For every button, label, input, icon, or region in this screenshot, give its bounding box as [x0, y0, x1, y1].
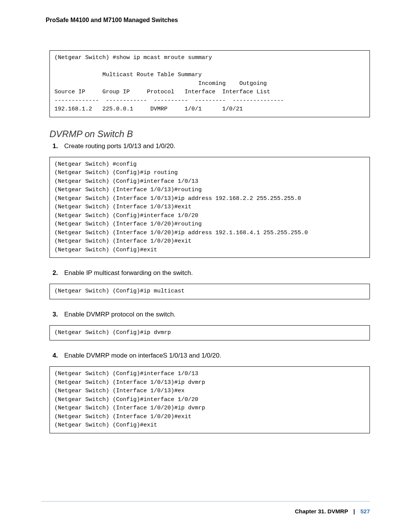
- footer-chapter: Chapter 31. DVMRP: [295, 508, 348, 514]
- step-1: 1. Create routing ports 1/0/13 and 1/0/2…: [53, 142, 370, 150]
- step-2: 2. Enable IP multicast forwarding on the…: [53, 269, 370, 277]
- code-block-dvmrp-interfaces: (Netgear Switch) (Config)#interface 1/0/…: [49, 366, 370, 433]
- page: ProSafe M4100 and M7100 Managed Switches…: [0, 0, 411, 532]
- step-number: 2.: [53, 269, 62, 277]
- page-footer: Chapter 31. DVMRP | 527: [295, 508, 370, 514]
- step-text: Enable DVMRP protocol on the switch.: [64, 311, 176, 318]
- running-head: ProSafe M4100 and M7100 Managed Switches: [46, 17, 370, 24]
- code-block-ip-dvmrp: (Netgear Switch) (Config)#ip dvmrp: [49, 325, 370, 341]
- section-heading-dvrmp-switch-b: DVRMP on Switch B: [49, 129, 370, 139]
- footer-page-number: 527: [360, 508, 370, 514]
- step-text: Create routing ports 1/0/13 and 1/0/20.: [64, 142, 175, 150]
- step-4: 4. Enable DVMRP mode on interfaceS 1/0/1…: [53, 352, 370, 359]
- code-block-ip-multicast: (Netgear Switch) (Config)#ip multicast: [49, 284, 370, 299]
- step-text: Enable IP multicast forwarding on the sw…: [64, 269, 193, 276]
- step-3: 3. Enable DVMRP protocol on the switch.: [53, 311, 370, 318]
- step-number: 4.: [53, 352, 62, 359]
- step-number: 1.: [53, 142, 62, 150]
- code-block-mroute-summary: (Netgear Switch) #show ip mcast mroute s…: [49, 50, 370, 117]
- footer-separator: |: [350, 508, 359, 514]
- code-block-routing-ports: (Netgear Switch) #config (Netgear Switch…: [49, 157, 370, 258]
- footer-rule: [41, 501, 370, 502]
- step-number: 3.: [53, 311, 62, 318]
- step-text: Enable DVMRP mode on interfaceS 1/0/13 a…: [64, 352, 221, 359]
